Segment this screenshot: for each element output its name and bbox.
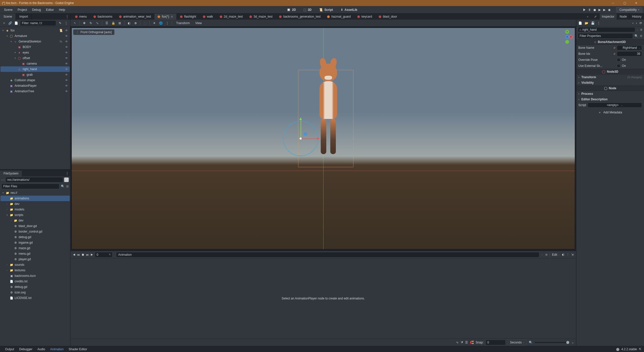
scene-node[interactable]: ⎌right_hand👁 — [1, 66, 70, 72]
fs-path-input[interactable]: res://animations/ — [6, 177, 63, 183]
scene-node[interactable]: ▾◯Armature👁 — [1, 33, 70, 39]
visibility-icon[interactable]: 👁 — [64, 46, 69, 49]
scene-tab[interactable]: animation_wear_test — [116, 14, 154, 20]
play-custom-icon[interactable]: ▶ — [603, 8, 606, 12]
workspace-2d[interactable]: 🔲2D — [284, 7, 298, 13]
scene-tab[interactable]: flashlight — [177, 14, 199, 20]
anim-snap-toggle-icon[interactable]: 🧲 — [470, 341, 474, 344]
scene-node[interactable]: ▾●eyes👁 — [1, 50, 70, 55]
menu-editor[interactable]: Editor — [44, 8, 56, 12]
insp-class-node[interactable]: ◯Node — [576, 85, 644, 91]
stop-icon[interactable]: ◼ — [593, 8, 596, 12]
menu-scene[interactable]: Scene — [2, 8, 15, 12]
import-dock-tab[interactable]: Import — [16, 14, 32, 20]
insp-filter-input[interactable]: Filter Properties — [578, 33, 633, 39]
bottom-tab-debugger[interactable]: Debugger — [17, 347, 35, 351]
visibility-icon[interactable]: 👁 — [64, 29, 69, 32]
fs-item[interactable]: ›📁textures — [1, 268, 70, 273]
view-menu-icon[interactable]: ⋮ — [165, 21, 170, 25]
fs-back-icon[interactable]: ‹ — [2, 178, 3, 182]
anim-zoom-out-icon[interactable]: 🔍 — [529, 341, 533, 344]
anim-autoplay-icon[interactable]: ▣ — [545, 253, 548, 256]
workspace-script[interactable]: 📜Script — [316, 7, 335, 13]
3d-viewport[interactable]: ⋮ Front Orthogonal [auto] Y Z X — [70, 27, 576, 250]
play-icon[interactable] — [583, 9, 585, 11]
bottom-tab-audio[interactable]: Audio — [35, 347, 48, 351]
fs-item[interactable]: ⚙player.gd — [1, 256, 70, 262]
scene-node[interactable]: ▾◆fox📜👁 — [1, 28, 70, 33]
bottom-panel-expand-icon[interactable]: ⇱ — [639, 347, 641, 351]
anim-stop-icon[interactable]: ◼ — [82, 253, 84, 256]
insp-save-icon[interactable]: 💾 — [591, 21, 595, 25]
anim-more-icon[interactable]: ⋮ — [567, 253, 569, 256]
fs-item[interactable]: 📁animations — [1, 196, 70, 201]
insp-back-icon[interactable]: ‹ — [632, 21, 633, 25]
visibility-icon[interactable]: 👁 — [64, 90, 69, 93]
insp-class-node3d[interactable]: ◯Node3D — [576, 69, 644, 74]
anim-name-dropdown[interactable]: Animation — [116, 252, 539, 257]
fs-forward-icon[interactable]: › — [4, 178, 5, 182]
fs-filter-input[interactable]: Filter Files — [2, 184, 59, 189]
scene-tab[interactable]: menu — [72, 14, 90, 20]
local-space-icon[interactable]: ⊕ — [133, 21, 138, 25]
property-category[interactable]: Process — [576, 91, 644, 97]
visibility-icon[interactable]: 👁 — [64, 40, 69, 43]
scene-node[interactable]: ▣BODY👁 — [1, 44, 70, 50]
property-value[interactable]: RightHand⌄ — [617, 45, 642, 50]
scene-tree[interactable]: ▾◆fox📜👁▾◯Armature👁▾☼GeneralSkeleton%👁▣BO… — [0, 27, 70, 95]
fs-item[interactable]: ⚙menu.gd — [1, 251, 70, 256]
anim-play-back-icon[interactable]: ⏮ — [77, 253, 80, 256]
inspector-dock-tab[interactable]: Inspector — [599, 14, 617, 20]
add-node-icon[interactable]: ＋ — [2, 21, 6, 25]
fs-item[interactable]: ▣backrooms.tscn — [1, 273, 70, 279]
anim-tracks-icon[interactable]: ☰ — [465, 341, 468, 344]
fs-item[interactable]: ▾📁res:// — [1, 190, 70, 196]
fs-item[interactable]: 📄LICENSE.txt — [1, 295, 70, 301]
scene-tab[interactable]: blast_door — [376, 14, 400, 20]
property-category[interactable]: Editor Description — [576, 97, 644, 102]
anim-name-chevron-icon[interactable]: ⌄ — [541, 253, 543, 256]
menu-project[interactable]: Project — [15, 8, 29, 12]
insp-node-field[interactable]: ⎌ right_hand — [578, 27, 635, 32]
anim-play-end-icon[interactable]: ▶ — [91, 253, 93, 256]
filter-options-icon[interactable]: ✎ — [58, 21, 62, 25]
scene-node[interactable]: ▾◯offset👁 — [1, 55, 70, 61]
insp-load-icon[interactable]: 📂 — [585, 21, 588, 25]
anim-play-icon[interactable]: ⏭ — [86, 253, 89, 256]
scene-filter-input[interactable]: Filter: name, t:t — [20, 20, 56, 26]
dock-options-icon[interactable]: ⋮ — [64, 14, 70, 20]
anim-zoom-slider[interactable] — [535, 342, 570, 343]
visibility-icon[interactable]: 👁 — [64, 73, 69, 76]
filesystem-dock-tab[interactable]: FileSystem — [0, 170, 22, 177]
fs-item[interactable]: ›📁dev — [1, 218, 70, 223]
ruler-icon[interactable]: ◐ — [127, 21, 132, 25]
window-minimize-button[interactable]: ─ — [607, 0, 619, 6]
distraction-free-icon[interactable]: ⤢ — [592, 14, 599, 20]
anim-onion-icon[interactable]: ◐ — [562, 253, 565, 256]
fs-item[interactable]: ⚙border_control.gd — [1, 229, 70, 234]
fs-item[interactable]: ⚙debug.gd — [1, 234, 70, 240]
scene-tab[interactable]: keycard — [354, 14, 375, 20]
visibility-icon[interactable]: 👁 — [64, 62, 69, 65]
anim-pin-icon[interactable]: ⇲ — [571, 253, 574, 256]
scene-node[interactable]: ◆Collision shape👁 — [1, 77, 70, 83]
anim-snap-input[interactable]: 0 — [486, 340, 506, 345]
scene-tab[interactable]: walk — [200, 14, 216, 20]
fs-thumbnail-icon[interactable] — [64, 178, 69, 182]
anim-play-back-start-icon[interactable]: ◀ — [73, 253, 75, 256]
fs-item[interactable]: 📄credits.txt — [1, 279, 70, 284]
viewport-info-badge[interactable]: ⋮ Front Orthogonal [auto] — [73, 29, 114, 35]
reset-icon[interactable]: ↺ — [613, 47, 615, 49]
fs-item[interactable]: ⚙ingame.gd — [1, 240, 70, 245]
insp-forward-icon[interactable]: › — [636, 21, 637, 25]
node-dock-tab[interactable]: Node — [617, 14, 629, 20]
insp-node-chevron-icon[interactable]: ⌄ — [637, 29, 638, 31]
window-maximize-button[interactable]: ▢ — [619, 0, 630, 6]
menu-debug[interactable]: Debug — [29, 8, 43, 12]
visibility-icon[interactable]: 👁 — [64, 84, 69, 87]
scene-node[interactable]: ▣grab👁 — [1, 72, 70, 77]
insp-new-icon[interactable]: 📄 — [578, 21, 582, 25]
new-scene-button[interactable]: ＋ — [584, 14, 592, 20]
anim-timeline-icon[interactable]: ⏛ — [572, 341, 574, 344]
fs-item[interactable]: ›📁models — [1, 207, 70, 212]
